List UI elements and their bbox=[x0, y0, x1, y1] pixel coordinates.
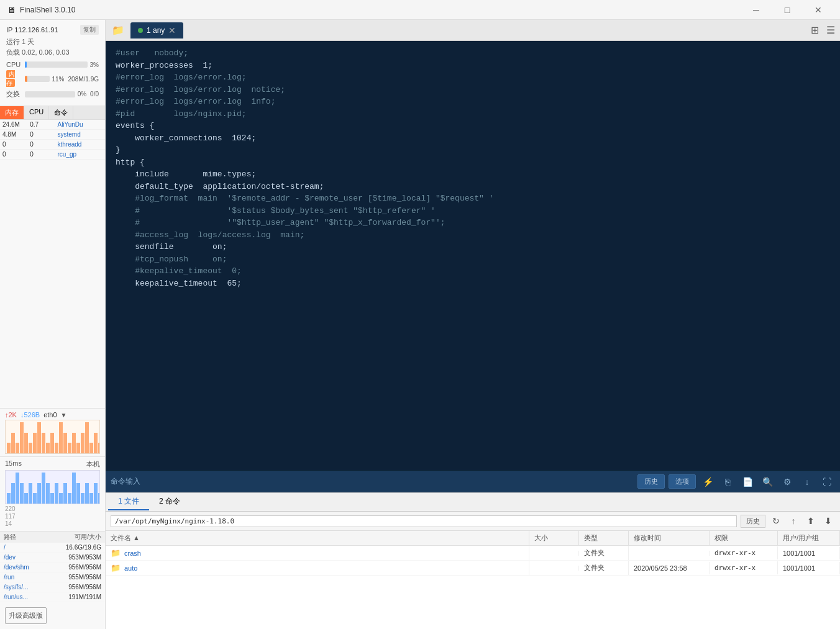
server-load: 负载 0.02, 0.06, 0.03 bbox=[6, 48, 99, 57]
folder-icon: 📁 bbox=[112, 24, 124, 36]
titlebar: 🖥 FinalShell 3.0.10 ─ □ ✕ bbox=[0, 0, 840, 20]
cpu-bar-container bbox=[25, 61, 88, 68]
terminal[interactable]: #user nobody;worker_processes 1;#error_l… bbox=[106, 41, 840, 470]
app-title: FinalShell 3.0.10 bbox=[20, 6, 742, 14]
col-header-owner: 用户/用户组 bbox=[778, 531, 840, 545]
ping-bar bbox=[24, 493, 28, 504]
terminal-line: #access_log logs/access.log main; bbox=[116, 229, 830, 242]
disk-row[interactable]: /dev 953M/953M bbox=[0, 553, 105, 563]
grid-icon[interactable]: ⊞ bbox=[808, 22, 821, 38]
copy-icon[interactable]: ⎘ bbox=[719, 474, 736, 490]
net-bar bbox=[37, 422, 41, 453]
terminal-line: #user nobody; bbox=[116, 47, 830, 60]
process-row[interactable]: 0 0 kthreadd bbox=[0, 140, 105, 150]
terminal-line: #error_log logs/error.log; bbox=[116, 71, 830, 84]
file-history-button[interactable]: 历史 bbox=[741, 515, 765, 528]
net-interface: eth0 bbox=[43, 411, 57, 419]
net-bar bbox=[89, 443, 93, 453]
cpu-label: CPU bbox=[6, 61, 22, 68]
file-row-auto[interactable]: 📁 auto 文件夹 2020/05/25 23:58 drwxr-xr-x 1… bbox=[106, 561, 840, 576]
net-bar bbox=[7, 443, 11, 453]
settings-icon[interactable]: ⚙ bbox=[779, 474, 795, 490]
close-button[interactable]: ✕ bbox=[804, 0, 833, 20]
net-bar bbox=[50, 433, 54, 453]
download-file-icon[interactable]: ⬇ bbox=[821, 514, 835, 528]
disk-path-5: /run/us... bbox=[4, 594, 52, 600]
cmd-input-field[interactable] bbox=[144, 477, 634, 486]
net-bar bbox=[59, 422, 63, 453]
tab-mem[interactable]: 内存 bbox=[0, 106, 24, 119]
net-bar bbox=[29, 443, 32, 453]
ping-val-3: 14 bbox=[5, 520, 100, 527]
file-icon[interactable]: 📄 bbox=[739, 474, 756, 490]
process-row[interactable]: 24.6M 0.7 AliYunDu bbox=[0, 120, 105, 130]
options-button[interactable]: 选项 bbox=[669, 474, 696, 489]
disk-row[interactable]: /run/us... 191M/191M bbox=[0, 592, 105, 602]
ping-bar bbox=[98, 493, 100, 504]
tab-cmd[interactable]: 命令 bbox=[49, 106, 73, 119]
ping-bar bbox=[7, 493, 11, 504]
net-bar bbox=[42, 433, 45, 453]
terminal-line: # '"$http_user_agent" "$http_x_forwarded… bbox=[116, 217, 830, 229]
cpu-row: CPU 3% bbox=[6, 61, 99, 68]
swap-percent: 0% bbox=[78, 91, 86, 97]
search-icon[interactable]: 🔍 bbox=[759, 474, 775, 490]
terminal-line: #pid logs/nginx.pid; bbox=[116, 108, 830, 120]
process-tabs: 内存 CPU 命令 bbox=[0, 106, 105, 120]
network-section: ↑2K ↓526B eth0 ▼ bbox=[0, 408, 105, 456]
sidebar-bottom: 升级高级版 bbox=[0, 602, 105, 629]
bottom-tabs: 1 文件 2 命令 bbox=[106, 492, 840, 511]
process-cmd: systemd bbox=[55, 130, 106, 138]
file-name-auto: 📁 auto bbox=[106, 561, 529, 575]
disk-size-4: 956M/956M bbox=[52, 584, 101, 591]
tab-commands[interactable]: 2 命令 bbox=[149, 494, 190, 510]
process-row[interactable]: 4.8M 0 systemd bbox=[0, 130, 105, 140]
maximize-button[interactable]: □ bbox=[773, 0, 801, 20]
terminal-line: #keepalive_timeout 0; bbox=[116, 265, 830, 278]
ping-chart bbox=[5, 470, 100, 504]
copy-ip-button[interactable]: 复制 bbox=[80, 25, 99, 35]
folder-button[interactable]: 📁 bbox=[108, 22, 128, 38]
swap-label: 交换 bbox=[6, 89, 22, 99]
tab-close-button[interactable]: ✕ bbox=[168, 25, 176, 35]
file-perm-crash: drwxr-xr-x bbox=[710, 546, 778, 559]
mem-value: 208M/1.9G bbox=[68, 76, 99, 83]
minimize-button[interactable]: ─ bbox=[742, 0, 770, 20]
net-bar bbox=[63, 433, 67, 453]
terminal-line: events { bbox=[116, 120, 830, 132]
disk-row[interactable]: / 16.6G/19.6G bbox=[0, 543, 105, 553]
process-row[interactable]: 0 0 rcu_gp bbox=[0, 150, 105, 160]
refresh-icon[interactable]: ↻ bbox=[769, 514, 783, 528]
file-type-auto: 文件夹 bbox=[579, 561, 629, 575]
disk-size-0: 16.6G/19.6G bbox=[52, 544, 101, 551]
fullscreen-icon[interactable]: ⛶ bbox=[819, 474, 835, 490]
tab-item-any[interactable]: 1 any ✕ bbox=[130, 22, 183, 38]
file-path-input[interactable] bbox=[111, 515, 737, 527]
history-button[interactable]: 历史 bbox=[637, 474, 665, 489]
upload-icon[interactable]: ⬆ bbox=[804, 514, 818, 528]
folder-icon: 📁 bbox=[111, 563, 121, 572]
download-icon[interactable]: ↓ bbox=[799, 474, 815, 490]
process-cmd: rcu_gp bbox=[55, 150, 106, 158]
up-icon[interactable]: ↑ bbox=[787, 514, 800, 528]
terminal-line: sendfile on; bbox=[116, 241, 830, 253]
upgrade-button[interactable]: 升级高级版 bbox=[5, 607, 47, 624]
process-mem: 4.8M bbox=[0, 130, 27, 138]
ping-section: 15ms 本机 220 117 14 bbox=[0, 456, 105, 531]
tab-cpu[interactable]: CPU bbox=[24, 106, 49, 119]
net-dropdown-icon[interactable]: ▼ bbox=[61, 412, 67, 419]
list-icon[interactable]: ☰ bbox=[824, 22, 838, 38]
disk-size-5: 191M/191M bbox=[52, 594, 101, 600]
disk-row[interactable]: /run 955M/956M bbox=[0, 572, 105, 582]
disk-row[interactable]: /sys/fs/... 956M/956M bbox=[0, 582, 105, 592]
file-row-crash[interactable]: 📁 crash 文件夹 drwxr-xr-x 1001/1001 bbox=[106, 546, 840, 561]
disk-row[interactable]: /dev/shm 956M/956M bbox=[0, 563, 105, 572]
ping-bar bbox=[85, 483, 89, 504]
lightning-icon[interactable]: ⚡ bbox=[700, 474, 716, 490]
file-table: 文件名 ▲ 大小 类型 修改时间 权限 用户/用户组 📁 crash 文件夹 d… bbox=[106, 531, 840, 629]
terminal-line: #tcp_nopush on; bbox=[116, 253, 830, 266]
tab-files[interactable]: 1 文件 bbox=[108, 494, 149, 510]
ip-row: IP 112.126.61.91 复制 bbox=[6, 25, 99, 35]
ping-bar bbox=[55, 483, 58, 504]
terminal-line: default_type application/octet-stream; bbox=[116, 181, 830, 193]
